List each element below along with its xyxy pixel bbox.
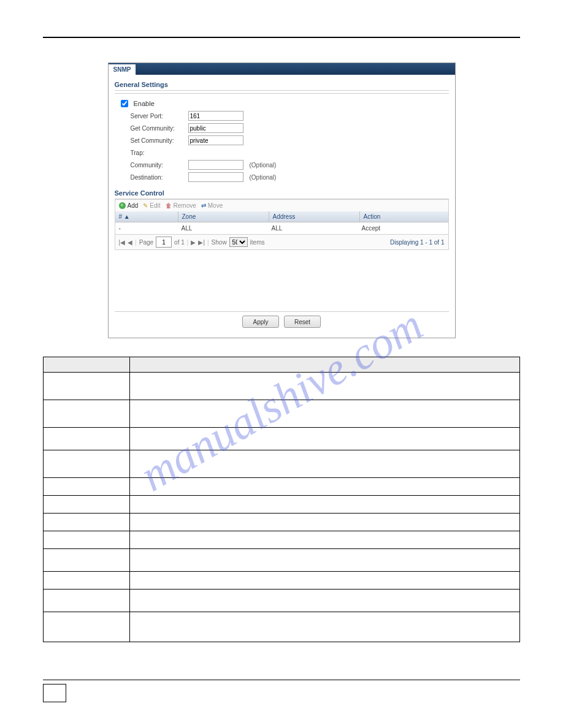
col-header-action[interactable]: Action: [360, 211, 448, 222]
set-community-label: Set Community:: [131, 137, 185, 144]
table-row: [44, 612, 520, 642]
remove-icon: 🗑: [166, 202, 172, 209]
table-row[interactable]: - ALL ALL Accept: [115, 222, 448, 234]
edit-button[interactable]: ✎Edit: [143, 202, 160, 209]
cell-num: -: [115, 224, 178, 233]
cell-zone: ALL: [178, 224, 268, 233]
trap-destination-optional: (Optional): [250, 174, 277, 181]
button-bar: Apply Reset: [115, 311, 449, 332]
table-row: [44, 357, 520, 373]
edit-icon: ✎: [143, 202, 148, 209]
grid-toolbar: +Add ✎Edit 🗑Remove ⇄Move: [115, 199, 449, 211]
trap-community-optional: (Optional): [250, 162, 277, 169]
col-header-num[interactable]: # ▲: [115, 211, 178, 222]
show-label: Show: [212, 239, 227, 246]
trap-label: Trap:: [131, 150, 185, 156]
page-size-select[interactable]: 50: [229, 237, 248, 247]
enable-checkbox[interactable]: [121, 100, 128, 107]
page-footer: [43, 680, 520, 703]
page-label: Page: [139, 239, 153, 246]
next-page-icon[interactable]: ▶: [191, 239, 196, 246]
server-port-input[interactable]: [188, 111, 243, 121]
move-icon: ⇄: [201, 202, 206, 209]
service-grid: # ▲ Zone Address Action - ALL ALL Accept: [115, 211, 449, 235]
trap-community-input[interactable]: [188, 160, 243, 170]
remove-button[interactable]: 🗑Remove: [166, 202, 196, 209]
screenshot-panel: SNMP General Settings Enable Server Port…: [108, 63, 456, 338]
first-page-icon[interactable]: |◀: [119, 239, 126, 246]
add-button[interactable]: +Add: [119, 202, 139, 209]
get-community-label: Get Community:: [131, 125, 185, 132]
pager-displaying: Displaying 1 - 1 of 1: [390, 239, 444, 246]
table-row: [44, 496, 520, 514]
tab-snmp[interactable]: SNMP: [109, 63, 137, 75]
table-row: [44, 428, 520, 450]
trap-destination-input[interactable]: [188, 172, 243, 182]
cell-address: ALL: [268, 224, 358, 233]
col-header-address[interactable]: Address: [269, 211, 360, 222]
apply-button[interactable]: Apply: [242, 316, 279, 328]
table-row: [44, 514, 520, 531]
table-row: [44, 572, 520, 590]
cell-action: Accept: [358, 224, 448, 233]
table-row: [44, 549, 520, 572]
set-community-input[interactable]: [188, 135, 243, 145]
table-row: [44, 478, 520, 496]
table-row: [44, 373, 520, 400]
table-row: [44, 590, 520, 612]
last-page-icon[interactable]: ▶|: [198, 239, 205, 246]
trap-destination-label: Destination:: [131, 174, 185, 181]
section-title-service: Service Control: [115, 183, 449, 199]
top-rule: [43, 37, 520, 38]
add-icon: +: [119, 202, 126, 209]
page-input[interactable]: [156, 237, 172, 248]
server-port-label: Server Port:: [131, 113, 185, 119]
table-row: [44, 531, 520, 549]
get-community-input[interactable]: [188, 123, 243, 133]
pager: |◀ ◀ | Page of 1 | ▶ ▶| | Show 50 items …: [115, 235, 449, 250]
tab-bar: SNMP: [109, 63, 455, 75]
move-button[interactable]: ⇄Move: [201, 202, 223, 209]
page-number-box: [43, 684, 66, 702]
prev-page-icon[interactable]: ◀: [128, 239, 132, 246]
items-label: items: [250, 239, 265, 246]
description-table: [43, 357, 520, 642]
trap-community-label: Community:: [131, 162, 185, 169]
col-header-zone[interactable]: Zone: [178, 211, 269, 222]
enable-label: Enable: [134, 100, 155, 107]
table-row: [44, 400, 520, 428]
section-title-general: General Settings: [115, 78, 449, 91]
table-row: [44, 450, 520, 478]
page-of-label: of 1: [174, 239, 185, 246]
reset-button[interactable]: Reset: [284, 316, 321, 328]
